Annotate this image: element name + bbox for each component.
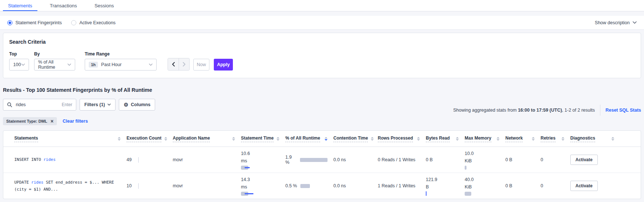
contention-time-cell: 0.0 ns bbox=[333, 157, 372, 162]
stats-time-range: 16:00 to 17:59 (UTC) bbox=[518, 108, 562, 113]
column-header-execution-count[interactable]: Execution Count bbox=[127, 136, 167, 142]
tab-bar: Statements Transactions Sessions bbox=[0, 0, 644, 11]
column-header-statement-time[interactable]: Statement Time bbox=[241, 136, 279, 142]
top-select[interactable]: 100 bbox=[9, 59, 29, 71]
time-next-button[interactable] bbox=[179, 58, 189, 70]
active-filters-row: Statement Type: DML × Clear filters bbox=[3, 117, 641, 125]
statements-table: Statements Execution Count Application N… bbox=[3, 130, 641, 199]
column-header-contention-time[interactable]: Contention Time bbox=[333, 136, 372, 142]
retries-cell: 0 bbox=[541, 183, 564, 188]
column-header-runtime-pct[interactable]: % of All Runtime bbox=[285, 136, 328, 142]
statement-search-box: Enter bbox=[3, 99, 76, 111]
top-label: Top bbox=[9, 51, 29, 57]
enter-hint: Enter bbox=[62, 102, 72, 107]
statement-cell: UPDATE rides SET end_address = $... WHER… bbox=[14, 179, 121, 193]
max-memory-bar bbox=[465, 166, 500, 170]
top-select-value: 100 bbox=[13, 62, 21, 67]
close-icon[interactable]: × bbox=[51, 119, 54, 123]
chevron-down-icon bbox=[107, 104, 111, 106]
contention-time-cell: 0.0 ns bbox=[333, 183, 372, 188]
time-prev-button[interactable] bbox=[168, 58, 179, 70]
by-select-value: % of All Runtime bbox=[38, 59, 67, 70]
radio-unselected-icon bbox=[71, 20, 76, 25]
by-group: By % of All Runtime bbox=[34, 51, 75, 71]
sort-icon bbox=[371, 137, 374, 141]
sort-icon bbox=[561, 137, 564, 141]
by-select[interactable]: % of All Runtime bbox=[34, 59, 75, 71]
chevron-left-icon bbox=[172, 62, 175, 66]
column-header-rows-processed[interactable]: Rows Processed bbox=[378, 136, 420, 142]
tab-statements[interactable]: Statements bbox=[3, 0, 37, 11]
search-input[interactable] bbox=[15, 102, 62, 108]
gear-icon: ⚙ bbox=[124, 102, 128, 107]
search-criteria-controls: Top 100 By % of All Runtime Time Range 1… bbox=[9, 51, 635, 71]
tab-statements-label: Statements bbox=[8, 3, 32, 8]
tab-sessions[interactable]: Sessions bbox=[89, 0, 119, 11]
activate-diagnostics-button[interactable]: Activate bbox=[570, 181, 598, 191]
sort-icon bbox=[164, 137, 167, 141]
runtime-pct-cell: 1.9 % bbox=[285, 155, 328, 165]
count-bar bbox=[138, 183, 139, 189]
max-memory-cell: 10.0 KiB bbox=[465, 147, 500, 173]
time-range-badge: 1h bbox=[89, 62, 98, 68]
statement-time-cell: 14.3 ms bbox=[241, 173, 279, 199]
filters-button[interactable]: Filters (1) bbox=[80, 99, 116, 111]
network-cell: 0 B bbox=[505, 183, 535, 188]
table-name-link: rides bbox=[31, 180, 43, 185]
diagnostics-cell: Activate bbox=[570, 181, 614, 191]
statement-time-cell: 10.6 ms bbox=[241, 147, 279, 173]
columns-button-label: Columns bbox=[131, 102, 150, 107]
chevron-down-icon bbox=[633, 21, 637, 24]
clear-filters-link[interactable]: Clear filters bbox=[63, 119, 88, 124]
bytes-read-bar bbox=[426, 191, 427, 196]
sort-icon bbox=[417, 137, 420, 141]
vertical-divider bbox=[600, 105, 600, 116]
time-range-group: Time Range 1h Past Hour bbox=[85, 51, 157, 71]
count-bar bbox=[138, 157, 139, 163]
reset-sql-stats-link[interactable]: Reset SQL Stats bbox=[605, 108, 641, 113]
radio-statement-fingerprints[interactable]: Statement Fingerprints bbox=[7, 20, 62, 25]
show-description-toggle[interactable]: Show description bbox=[595, 20, 637, 25]
aggregated-stats: Showing aggregated stats from 16:00 to 1… bbox=[453, 105, 641, 116]
top-group: Top 100 bbox=[9, 51, 29, 71]
results-heading: Results - Top 100 Statement Fingerprints… bbox=[3, 87, 641, 93]
tab-transactions[interactable]: Transactions bbox=[45, 0, 82, 11]
tab-transactions-label: Transactions bbox=[50, 3, 77, 8]
time-range-label: Time Range bbox=[85, 51, 157, 57]
time-range-select[interactable]: 1h Past Hour bbox=[85, 59, 157, 71]
filter-chip-statement-type[interactable]: Statement Type: DML × bbox=[3, 117, 57, 125]
now-button[interactable]: Now bbox=[193, 59, 209, 71]
sort-icon bbox=[532, 137, 535, 141]
apply-button[interactable]: Apply bbox=[214, 59, 233, 71]
rows-processed-cell: 0 Reads / 1 Writes bbox=[378, 157, 420, 162]
sort-icon bbox=[118, 137, 121, 141]
columns-button[interactable]: ⚙ Columns bbox=[119, 99, 155, 111]
runtime-pct-cell: 0.5 % bbox=[285, 183, 328, 188]
column-header-diagnostics[interactable]: Diagnostics bbox=[570, 136, 614, 142]
chevron-down-icon bbox=[21, 64, 25, 66]
radio-statement-fingerprints-label: Statement Fingerprints bbox=[15, 20, 62, 25]
column-header-max-memory[interactable]: Max Memory bbox=[465, 136, 500, 142]
tab-sessions-label: Sessions bbox=[95, 3, 114, 8]
time-range-value: Past Hour bbox=[101, 62, 122, 67]
bytes-read-cell: 121.9 B bbox=[426, 173, 459, 199]
sort-icon bbox=[611, 137, 614, 141]
table-row: INSERT INTO rides 49 movr 10.6 ms 1.9 % … bbox=[3, 147, 641, 173]
sort-icon bbox=[497, 137, 500, 141]
column-header-retries[interactable]: Retries bbox=[541, 136, 564, 142]
runtime-bar bbox=[300, 184, 310, 188]
statement-link[interactable]: UPDATE rides SET end_address = $... WHER… bbox=[14, 180, 114, 192]
table-name-link: rides bbox=[43, 157, 55, 162]
statement-time-bar bbox=[241, 166, 279, 170]
results-toolbar: Enter Filters (1) ⚙ Columns Showing aggr… bbox=[3, 99, 641, 111]
activate-diagnostics-button[interactable]: Activate bbox=[570, 155, 598, 165]
statement-link[interactable]: INSERT INTO rides bbox=[14, 157, 56, 162]
show-description-label: Show description bbox=[595, 20, 630, 25]
search-icon bbox=[7, 102, 12, 107]
column-header-application-name[interactable]: Application Name bbox=[173, 136, 235, 142]
column-header-network[interactable]: Network bbox=[505, 136, 535, 142]
column-header-statements[interactable]: Statements bbox=[14, 136, 121, 142]
radio-active-executions[interactable]: Active Executions bbox=[71, 20, 116, 25]
column-header-bytes-read[interactable]: Bytes Read bbox=[426, 136, 459, 142]
table-row: UPDATE rides SET end_address = $... WHER… bbox=[3, 173, 641, 199]
